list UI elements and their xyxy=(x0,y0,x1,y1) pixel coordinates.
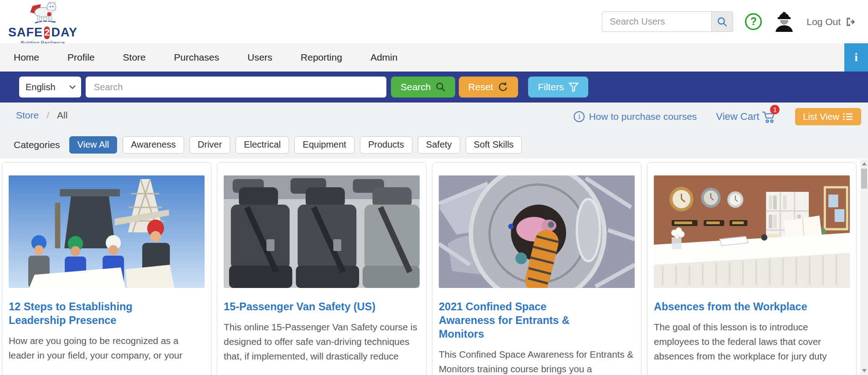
category-pill-soft-skills[interactable]: Soft Skills xyxy=(466,136,522,154)
logout-link[interactable]: Log Out xyxy=(806,16,855,27)
list-icon xyxy=(842,112,853,121)
logout-label: Log Out xyxy=(806,16,841,27)
category-pill-equipment[interactable]: Equipment xyxy=(294,136,354,154)
nav-item-store[interactable]: Store xyxy=(123,52,146,63)
course-description: The goal of this lesson is to introduce … xyxy=(654,320,850,364)
course-card: 15-Passenger Van Safety (US) This online… xyxy=(217,162,426,375)
search-icon xyxy=(436,82,446,92)
nav-item-users[interactable]: Users xyxy=(247,52,272,63)
cart-icon-wrap: 1 xyxy=(761,110,776,123)
search-icon xyxy=(717,16,728,27)
scrollbar-up-arrow-icon[interactable] xyxy=(862,162,867,165)
course-image-confined-space-entry[interactable] xyxy=(439,175,635,288)
course-image-van-seats[interactable] xyxy=(224,175,420,288)
category-pill-awareness[interactable]: Awareness xyxy=(123,136,184,154)
info-circle-icon: i xyxy=(574,111,585,122)
how-to-purchase-label: How to purchase courses xyxy=(589,111,697,122)
chevron-down-icon xyxy=(69,85,76,89)
dog-mascot-icon xyxy=(25,1,61,25)
info-panel-button[interactable]: i xyxy=(844,43,868,72)
language-selected-value: English xyxy=(26,82,56,92)
header-right-controls: ? Log Out xyxy=(602,0,855,43)
filter-bar: English Search Reset Filters xyxy=(0,72,868,103)
course-title-link[interactable]: 12 Steps to Establishing Leadership Pres… xyxy=(9,300,174,328)
search-users-group xyxy=(602,11,733,32)
list-view-button[interactable]: List View xyxy=(795,108,861,125)
brand-logo[interactable]: SAFE 2 DAY Building Resilience xyxy=(8,1,77,46)
search-users-input[interactable] xyxy=(602,11,711,32)
category-pill-electrical[interactable]: Electrical xyxy=(236,136,289,154)
course-search-input[interactable] xyxy=(86,77,386,98)
categories-row: Categories View All Awareness Driver Ele… xyxy=(0,131,868,159)
course-card: Absences from the Workplace The goal of … xyxy=(647,162,857,375)
cart-count-badge: 1 xyxy=(770,105,780,114)
sub-header: Store / All i How to purchase courses Vi… xyxy=(0,103,868,159)
course-image-reception-desk[interactable] xyxy=(654,175,850,288)
nav-item-profile[interactable]: Profile xyxy=(67,52,95,63)
search-users-button[interactable] xyxy=(711,11,733,32)
view-cart-label: View Cart xyxy=(716,111,759,123)
scrollbar-down-arrow-icon[interactable] xyxy=(862,369,867,372)
view-cart-link[interactable]: View Cart 1 xyxy=(716,110,776,123)
categories-label: Categories xyxy=(14,139,60,150)
main-nav: Home Profile Store Purchases Users Repor… xyxy=(0,43,868,72)
nav-item-reporting[interactable]: Reporting xyxy=(301,52,342,63)
store-page: SAFE 2 DAY Building Resilience ? xyxy=(0,0,868,375)
course-image-oil-rig-workers[interactable] xyxy=(9,175,205,288)
nav-item-admin[interactable]: Admin xyxy=(370,52,398,63)
course-card: 12 Steps to Establishing Leadership Pres… xyxy=(2,162,211,375)
breadcrumb-separator: / xyxy=(46,110,49,121)
brand-text-safe: SAFE xyxy=(8,26,43,40)
category-pill-products[interactable]: Products xyxy=(360,136,412,154)
breadcrumb-store-link[interactable]: Store xyxy=(16,110,39,121)
reset-refresh-icon xyxy=(498,82,508,92)
header: SAFE 2 DAY Building Resilience ? xyxy=(0,0,868,43)
search-button[interactable]: Search xyxy=(391,77,455,98)
brand-text-day: DAY xyxy=(51,26,77,40)
toolbar-right: i How to purchase courses View Cart 1 Li… xyxy=(574,103,861,131)
course-title-link[interactable]: Absences from the Workplace xyxy=(654,300,819,314)
nav-item-home[interactable]: Home xyxy=(14,52,39,63)
filter-funnel-icon xyxy=(569,82,579,92)
filters-button[interactable]: Filters xyxy=(528,77,588,98)
logout-icon xyxy=(845,17,855,27)
course-grid: 12 Steps to Establishing Leadership Pres… xyxy=(0,159,868,375)
scrollbar-thumb[interactable] xyxy=(861,169,867,189)
category-pill-driver[interactable]: Driver xyxy=(190,136,230,154)
course-title-link[interactable]: 15-Passenger Van Safety (US) xyxy=(224,300,389,314)
course-card: 2021 Confined Space Awareness for Entran… xyxy=(432,162,642,375)
nav-item-purchases[interactable]: Purchases xyxy=(174,52,219,63)
reset-button[interactable]: Reset xyxy=(459,77,519,98)
language-select[interactable]: English xyxy=(19,77,81,98)
help-icon[interactable]: ? xyxy=(745,13,762,30)
course-cards: 12 Steps to Establishing Leadership Pres… xyxy=(2,162,857,375)
category-pill-view-all[interactable]: View All xyxy=(69,136,118,154)
breadcrumb-current: All xyxy=(57,110,67,121)
course-description: This online 15-Passenger Van Safety cour… xyxy=(224,320,420,364)
course-description: This Confined Space Awareness for Entran… xyxy=(439,347,635,375)
course-description: How are you going to be recognized as a … xyxy=(9,334,205,363)
brand-wordmark: SAFE 2 DAY xyxy=(8,26,77,40)
breadcrumb: Store / All xyxy=(16,110,67,121)
category-pill-safety[interactable]: Safety xyxy=(418,136,460,154)
brand-text-2: 2 xyxy=(44,26,50,39)
course-title-link[interactable]: 2021 Confined Space Awareness for Entran… xyxy=(439,300,604,341)
user-avatar-hardhat-icon[interactable] xyxy=(774,12,795,32)
info-icon: i xyxy=(855,51,858,64)
vertical-scrollbar[interactable] xyxy=(860,159,868,375)
how-to-purchase-link[interactable]: i How to purchase courses xyxy=(574,111,697,122)
